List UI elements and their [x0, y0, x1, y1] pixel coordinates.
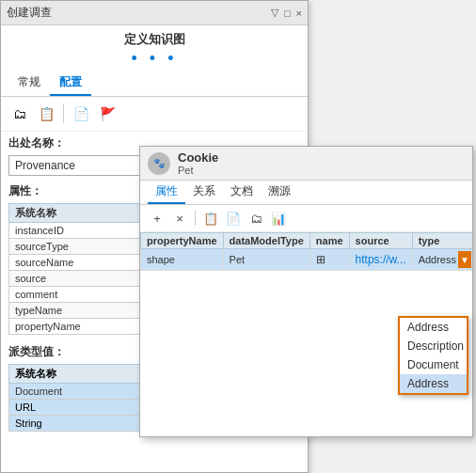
table-row[interactable]: shape Pet ⊞ https://w... Address ▼ [141, 249, 473, 271]
kg-title: Cookie Pet [178, 150, 218, 176]
toolbar-sep [195, 211, 196, 226]
panel-subtitle: 定义知识图 [1, 25, 308, 50]
avatar: 🐾 [148, 152, 170, 175]
cell-type: Address ▼ [412, 249, 472, 271]
kg-table: propertyName dataModelType name source t… [140, 232, 472, 271]
tab-regular[interactable]: 常规 [8, 71, 50, 96]
main-panel-title: 创建调查 [7, 5, 52, 21]
kg-tabs: 属性 关系 文档 溯源 [140, 181, 472, 205]
titlebar-controls: ▽ □ × [271, 7, 302, 19]
toolbar-separator [63, 104, 64, 123]
step-dots: • • • [1, 50, 308, 71]
copy-button[interactable]: 📋 [201, 209, 220, 228]
col-source: source [349, 233, 412, 249]
flag-icon[interactable]: 🚩 [96, 102, 119, 125]
col-dataModelType: dataModelType [223, 233, 309, 249]
minimize-icon[interactable]: ▽ [271, 7, 278, 19]
subtype-col-sys: 系统名称 [9, 365, 150, 384]
main-toolbar: 🗂 📋 📄 🚩 [1, 97, 308, 132]
main-tabs: 常规 配置 [1, 71, 308, 97]
delete-button[interactable]: × [170, 209, 189, 228]
close-icon[interactable]: × [296, 8, 302, 19]
kg-titlebar: 🐾 Cookie Pet [140, 147, 472, 181]
folder2-button[interactable]: 🗂 [246, 209, 265, 228]
cell-source: https://w... [349, 249, 412, 271]
type-dropdown-button[interactable]: ▼ [458, 251, 471, 268]
kg-tab-attr[interactable]: 属性 [148, 181, 185, 204]
kg-tab-trace[interactable]: 溯源 [261, 181, 298, 204]
cell-dataModelType: Pet [223, 249, 309, 271]
main-titlebar: 创建调查 ▽ □ × [1, 1, 308, 25]
cell-propertyName: shape [141, 249, 224, 271]
kg-tab-doc[interactable]: 文档 [223, 181, 261, 204]
type-dropdown: Address Description Document Address [398, 316, 468, 395]
dropdown-item-address1[interactable]: Address [400, 318, 467, 337]
kg-entity-name: Cookie [178, 150, 218, 165]
add-button[interactable]: + [148, 209, 167, 228]
tab-config[interactable]: 配置 [50, 71, 91, 96]
pin-icon[interactable]: □ [284, 8, 291, 19]
file-icon[interactable]: 📄 [70, 102, 92, 125]
url-link[interactable]: https://w... [356, 253, 406, 266]
kg-tab-rel[interactable]: 关系 [185, 181, 223, 204]
kg-entity-type: Pet [178, 165, 218, 176]
dropdown-item-document[interactable]: Document [400, 355, 467, 374]
dropdown-item-address2[interactable]: Address [400, 374, 467, 393]
dropdown-item-description[interactable]: Description [400, 337, 467, 355]
chart-button[interactable]: 📊 [269, 209, 288, 228]
type-value: Address [419, 254, 456, 265]
kg-toolbar: + × 📋 📄 🗂 📊 [140, 205, 472, 232]
col-propertyName: propertyName [141, 233, 224, 249]
paste-button[interactable]: 📄 [224, 209, 243, 228]
folder-icon[interactable]: 🗂 [8, 102, 31, 125]
col-type: type [412, 233, 472, 249]
cell-name: ⊞ [309, 249, 349, 271]
type-cell: Address ▼ [419, 251, 471, 268]
link2-icon: ⊞ [316, 253, 325, 266]
col-name: name [309, 233, 349, 249]
copy-icon[interactable]: 📋 [35, 102, 57, 125]
